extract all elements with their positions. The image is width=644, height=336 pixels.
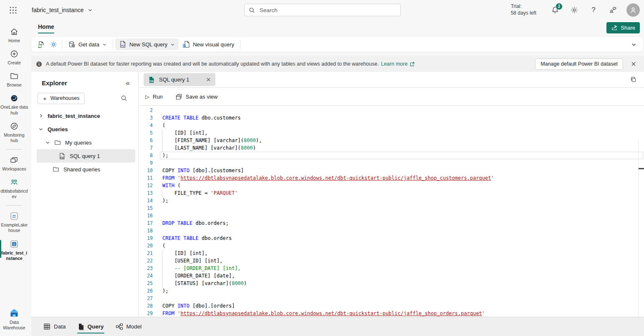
query-tab-strip: SQL SQL query 1 — [139, 72, 644, 88]
line-number: 18 — [139, 227, 153, 234]
code-line[interactable]: 9 — [139, 159, 644, 167]
get-data-button[interactable]: Get data — [64, 38, 111, 50]
rail-item-home[interactable]: Home — [0, 24, 28, 46]
settings-toolbar-button[interactable] — [47, 38, 60, 50]
notifications-button[interactable]: 2 — [548, 3, 562, 17]
feedback-button[interactable] — [606, 3, 620, 17]
code-line[interactable]: 2 — [139, 107, 644, 114]
rail-item-onelake-data-hub[interactable]: OneLake data hub — [0, 91, 28, 118]
share-button[interactable]: Share — [606, 22, 640, 33]
global-search[interactable] — [244, 4, 401, 16]
search-input[interactable] — [259, 7, 396, 14]
line-number: 9 — [139, 159, 153, 167]
chevron-down-icon[interactable] — [45, 140, 50, 145]
code-line[interactable]: 5 [ID] [int], — [139, 129, 644, 137]
new-visual-query-button[interactable]: New visual query — [179, 38, 238, 50]
search-icon — [249, 7, 255, 13]
rail-item-fabric-test-instance[interactable]: fabric_test_instance — [0, 237, 28, 264]
rail-divider — [6, 205, 22, 206]
app-launcher-icon[interactable] — [6, 3, 20, 17]
code-line[interactable]: 24 [ORDER_DATE] [date], — [139, 272, 644, 280]
help-button[interactable]: ? — [586, 3, 601, 17]
code-line[interactable]: 8); — [139, 152, 644, 159]
code-line[interactable]: 29FROM 'https://dbtlabsynapsedatalake.bl… — [139, 310, 644, 317]
plus-icon: + — [43, 95, 47, 102]
run-button[interactable]: ▷ Run — [141, 90, 167, 103]
code-line[interactable]: 21 [ID] [int], — [139, 249, 644, 257]
tree-item-shared-queries[interactable]: Shared queries — [31, 163, 138, 176]
rail-item-examplelakehouse[interactable]: ExampleLakehouse — [0, 209, 28, 236]
code-line[interactable]: 10COPY INTO [dbo].[customers] — [139, 167, 644, 174]
code-line[interactable]: 7 [LAST_NAME] [varchar](8000) — [139, 144, 644, 152]
tree-item-my-queries[interactable]: My queries — [31, 136, 138, 149]
indent-guide — [162, 249, 162, 257]
data-grid-icon — [43, 323, 51, 330]
code-line[interactable]: 3CREATE TABLE dbo.customers — [139, 114, 644, 122]
line-code: WITH ( — [153, 182, 644, 189]
code-line[interactable]: 16 — [139, 212, 644, 219]
sql-file-green-icon: SQL — [148, 76, 155, 84]
rail-item-create[interactable]: Create — [0, 46, 28, 68]
code-line[interactable]: 17DROP TABLE dbo.orders; — [139, 219, 644, 227]
code-line[interactable]: 4( — [139, 122, 644, 129]
code-line[interactable]: 6 [FIRST_NAME] [varchar](8000), — [139, 137, 644, 144]
tab-data[interactable]: Data — [39, 317, 71, 336]
code-line[interactable]: 25 [STATUS] [varchar](8000) — [139, 280, 644, 287]
editor-scrollbar[interactable] — [638, 140, 644, 317]
code-line[interactable]: 20( — [139, 242, 644, 249]
chevron-right-icon[interactable] — [38, 113, 43, 118]
tab-query[interactable]: Query — [73, 317, 109, 336]
code-line[interactable]: 11FROM 'https://dbtlabsynapsedatalake.bl… — [139, 174, 644, 182]
indent-guide — [162, 280, 162, 287]
banner-close-button[interactable] — [628, 59, 639, 69]
code-line[interactable]: 15 — [139, 204, 644, 212]
code-line[interactable]: 26); — [139, 287, 644, 295]
code-line[interactable]: 27 — [139, 295, 644, 302]
home-icon — [10, 27, 19, 36]
tree-item-warehouse[interactable]: fabric_test_instance — [31, 109, 138, 122]
tab-model[interactable]: Model — [111, 317, 146, 336]
new-warehouse-button[interactable]: + Warehouses — [38, 93, 85, 104]
line-code: [ID] [int], — [153, 249, 644, 257]
code-line[interactable]: 22 [USER_ID] [int], — [139, 257, 644, 265]
refresh-semantic-model-button[interactable] — [35, 38, 47, 50]
code-line[interactable]: 14); — [139, 197, 644, 204]
copy-icon[interactable] — [627, 74, 639, 86]
code-line[interactable]: 13 FILE_TYPE = 'PARQUET' — [139, 189, 644, 197]
tree-item-sql-query[interactable]: SQL SQL query 1 — [37, 149, 135, 163]
scrollbar-cursor-marker — [639, 168, 644, 169]
code-line[interactable]: 12WITH ( — [139, 182, 644, 189]
query-tab[interactable]: SQL SQL query 1 — [144, 73, 215, 86]
manage-default-dataset-button[interactable]: Manage default Power BI dataset — [535, 59, 623, 70]
sql-code-editor[interactable]: 23CREATE TABLE dbo.customers4(5 [ID] [in… — [139, 106, 644, 317]
line-number: 10 — [139, 167, 153, 174]
collapse-ribbon-chevron[interactable] — [627, 42, 640, 47]
query-doc-icon — [78, 323, 84, 330]
save-as-view-button[interactable]: Save as view — [171, 90, 222, 103]
tree-item-queries[interactable]: Queries — [31, 122, 138, 136]
gear-blue-icon — [50, 41, 58, 48]
workspace-switcher[interactable]: fabric_test_instance — [32, 7, 93, 13]
chevron-down-icon[interactable] — [38, 127, 43, 132]
account-avatar[interactable] — [626, 3, 640, 17]
code-line[interactable]: 19CREATE TABLE dbo.orders — [139, 234, 644, 242]
code-line[interactable]: 18 — [139, 227, 644, 234]
rail-item-monitoring-hub[interactable]: Monitoring hub — [0, 119, 28, 146]
tab-close-button[interactable] — [206, 77, 211, 82]
line-code: COPY INTO [dbo].[customers] — [153, 167, 644, 174]
code-line[interactable]: 28COPY INTO [dbo].[orders] — [139, 302, 644, 310]
tab-home[interactable]: Home — [35, 22, 58, 33]
explorer-search-icon[interactable] — [118, 92, 130, 104]
code-line[interactable]: 23 -- [ORDER_DATE] [int], — [139, 265, 644, 272]
rail-item-dbtlabsfabricdev[interactable]: dbtlabsfabricdev — [0, 175, 28, 202]
rail-item-workspaces[interactable]: Workspaces — [0, 153, 28, 174]
rail-item-label: ExampleLakehouse — [0, 222, 28, 233]
collapse-pane-icon[interactable]: « — [126, 79, 130, 87]
visual-query-icon — [182, 41, 190, 48]
new-sql-query-button[interactable]: SQL New SQL query — [115, 38, 179, 50]
rail-item-browse[interactable]: Browse — [0, 69, 28, 90]
settings-button[interactable] — [567, 3, 581, 17]
rail-item-data-warehouse[interactable]: Data Warehouse — [0, 305, 28, 333]
play-icon: ▷ — [145, 94, 149, 100]
learn-more-link[interactable]: Learn more — [381, 61, 415, 67]
